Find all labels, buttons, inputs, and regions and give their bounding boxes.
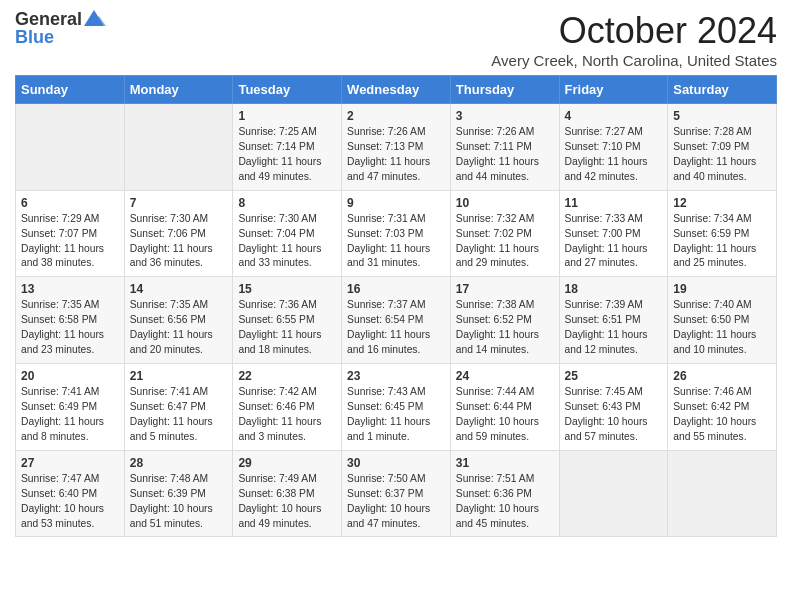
day-number: 3	[456, 109, 554, 123]
header-day-thursday: Thursday	[450, 76, 559, 104]
day-cell: 31Sunrise: 7:51 AM Sunset: 6:36 PM Dayli…	[450, 450, 559, 537]
day-cell: 28Sunrise: 7:48 AM Sunset: 6:39 PM Dayli…	[124, 450, 233, 537]
day-cell: 25Sunrise: 7:45 AM Sunset: 6:43 PM Dayli…	[559, 364, 668, 451]
day-info: Sunrise: 7:25 AM Sunset: 7:14 PM Dayligh…	[238, 125, 336, 185]
title-block: October 2024 Avery Creek, North Carolina…	[491, 10, 777, 69]
day-cell: 23Sunrise: 7:43 AM Sunset: 6:45 PM Dayli…	[342, 364, 451, 451]
day-number: 19	[673, 282, 771, 296]
logo: General Blue	[15, 10, 106, 48]
day-number: 4	[565, 109, 663, 123]
day-number: 10	[456, 196, 554, 210]
logo-icon	[84, 8, 106, 30]
day-number: 13	[21, 282, 119, 296]
day-number: 11	[565, 196, 663, 210]
day-cell: 20Sunrise: 7:41 AM Sunset: 6:49 PM Dayli…	[16, 364, 125, 451]
day-cell	[559, 450, 668, 537]
day-cell: 11Sunrise: 7:33 AM Sunset: 7:00 PM Dayli…	[559, 190, 668, 277]
day-cell: 29Sunrise: 7:49 AM Sunset: 6:38 PM Dayli…	[233, 450, 342, 537]
day-cell: 18Sunrise: 7:39 AM Sunset: 6:51 PM Dayli…	[559, 277, 668, 364]
day-number: 16	[347, 282, 445, 296]
day-cell: 24Sunrise: 7:44 AM Sunset: 6:44 PM Dayli…	[450, 364, 559, 451]
day-cell: 3Sunrise: 7:26 AM Sunset: 7:11 PM Daylig…	[450, 104, 559, 191]
day-cell: 7Sunrise: 7:30 AM Sunset: 7:06 PM Daylig…	[124, 190, 233, 277]
day-info: Sunrise: 7:41 AM Sunset: 6:49 PM Dayligh…	[21, 385, 119, 445]
day-number: 6	[21, 196, 119, 210]
day-cell: 27Sunrise: 7:47 AM Sunset: 6:40 PM Dayli…	[16, 450, 125, 537]
day-info: Sunrise: 7:49 AM Sunset: 6:38 PM Dayligh…	[238, 472, 336, 532]
day-number: 26	[673, 369, 771, 383]
week-row-4: 20Sunrise: 7:41 AM Sunset: 6:49 PM Dayli…	[16, 364, 777, 451]
week-row-2: 6Sunrise: 7:29 AM Sunset: 7:07 PM Daylig…	[16, 190, 777, 277]
day-number: 22	[238, 369, 336, 383]
day-info: Sunrise: 7:44 AM Sunset: 6:44 PM Dayligh…	[456, 385, 554, 445]
day-cell: 17Sunrise: 7:38 AM Sunset: 6:52 PM Dayli…	[450, 277, 559, 364]
day-cell: 6Sunrise: 7:29 AM Sunset: 7:07 PM Daylig…	[16, 190, 125, 277]
header-row: SundayMondayTuesdayWednesdayThursdayFrid…	[16, 76, 777, 104]
day-cell: 1Sunrise: 7:25 AM Sunset: 7:14 PM Daylig…	[233, 104, 342, 191]
day-cell: 19Sunrise: 7:40 AM Sunset: 6:50 PM Dayli…	[668, 277, 777, 364]
day-number: 12	[673, 196, 771, 210]
day-number: 8	[238, 196, 336, 210]
day-info: Sunrise: 7:45 AM Sunset: 6:43 PM Dayligh…	[565, 385, 663, 445]
week-row-5: 27Sunrise: 7:47 AM Sunset: 6:40 PM Dayli…	[16, 450, 777, 537]
day-cell: 15Sunrise: 7:36 AM Sunset: 6:55 PM Dayli…	[233, 277, 342, 364]
week-row-1: 1Sunrise: 7:25 AM Sunset: 7:14 PM Daylig…	[16, 104, 777, 191]
day-number: 30	[347, 456, 445, 470]
day-info: Sunrise: 7:27 AM Sunset: 7:10 PM Dayligh…	[565, 125, 663, 185]
header-day-friday: Friday	[559, 76, 668, 104]
day-info: Sunrise: 7:28 AM Sunset: 7:09 PM Dayligh…	[673, 125, 771, 185]
day-number: 17	[456, 282, 554, 296]
day-info: Sunrise: 7:35 AM Sunset: 6:58 PM Dayligh…	[21, 298, 119, 358]
day-cell: 13Sunrise: 7:35 AM Sunset: 6:58 PM Dayli…	[16, 277, 125, 364]
day-info: Sunrise: 7:46 AM Sunset: 6:42 PM Dayligh…	[673, 385, 771, 445]
day-info: Sunrise: 7:40 AM Sunset: 6:50 PM Dayligh…	[673, 298, 771, 358]
day-info: Sunrise: 7:30 AM Sunset: 7:06 PM Dayligh…	[130, 212, 228, 272]
week-row-3: 13Sunrise: 7:35 AM Sunset: 6:58 PM Dayli…	[16, 277, 777, 364]
day-info: Sunrise: 7:39 AM Sunset: 6:51 PM Dayligh…	[565, 298, 663, 358]
day-info: Sunrise: 7:51 AM Sunset: 6:36 PM Dayligh…	[456, 472, 554, 532]
day-number: 1	[238, 109, 336, 123]
day-info: Sunrise: 7:34 AM Sunset: 6:59 PM Dayligh…	[673, 212, 771, 272]
day-cell: 21Sunrise: 7:41 AM Sunset: 6:47 PM Dayli…	[124, 364, 233, 451]
day-info: Sunrise: 7:41 AM Sunset: 6:47 PM Dayligh…	[130, 385, 228, 445]
day-number: 29	[238, 456, 336, 470]
day-cell: 10Sunrise: 7:32 AM Sunset: 7:02 PM Dayli…	[450, 190, 559, 277]
day-info: Sunrise: 7:32 AM Sunset: 7:02 PM Dayligh…	[456, 212, 554, 272]
day-number: 31	[456, 456, 554, 470]
day-number: 24	[456, 369, 554, 383]
day-number: 18	[565, 282, 663, 296]
day-info: Sunrise: 7:30 AM Sunset: 7:04 PM Dayligh…	[238, 212, 336, 272]
day-cell: 16Sunrise: 7:37 AM Sunset: 6:54 PM Dayli…	[342, 277, 451, 364]
day-cell: 22Sunrise: 7:42 AM Sunset: 6:46 PM Dayli…	[233, 364, 342, 451]
day-info: Sunrise: 7:33 AM Sunset: 7:00 PM Dayligh…	[565, 212, 663, 272]
day-number: 25	[565, 369, 663, 383]
month-title: October 2024	[491, 10, 777, 52]
day-cell	[124, 104, 233, 191]
day-number: 28	[130, 456, 228, 470]
day-info: Sunrise: 7:26 AM Sunset: 7:13 PM Dayligh…	[347, 125, 445, 185]
day-cell	[16, 104, 125, 191]
day-number: 20	[21, 369, 119, 383]
day-cell: 12Sunrise: 7:34 AM Sunset: 6:59 PM Dayli…	[668, 190, 777, 277]
day-info: Sunrise: 7:43 AM Sunset: 6:45 PM Dayligh…	[347, 385, 445, 445]
day-info: Sunrise: 7:47 AM Sunset: 6:40 PM Dayligh…	[21, 472, 119, 532]
day-cell: 2Sunrise: 7:26 AM Sunset: 7:13 PM Daylig…	[342, 104, 451, 191]
header-day-sunday: Sunday	[16, 76, 125, 104]
day-number: 9	[347, 196, 445, 210]
header-day-monday: Monday	[124, 76, 233, 104]
day-cell	[668, 450, 777, 537]
day-cell: 14Sunrise: 7:35 AM Sunset: 6:56 PM Dayli…	[124, 277, 233, 364]
header-day-tuesday: Tuesday	[233, 76, 342, 104]
day-cell: 8Sunrise: 7:30 AM Sunset: 7:04 PM Daylig…	[233, 190, 342, 277]
day-cell: 26Sunrise: 7:46 AM Sunset: 6:42 PM Dayli…	[668, 364, 777, 451]
day-info: Sunrise: 7:31 AM Sunset: 7:03 PM Dayligh…	[347, 212, 445, 272]
day-cell: 30Sunrise: 7:50 AM Sunset: 6:37 PM Dayli…	[342, 450, 451, 537]
page-header: General Blue October 2024 Avery Creek, N…	[15, 10, 777, 69]
calendar-table: SundayMondayTuesdayWednesdayThursdayFrid…	[15, 75, 777, 537]
day-info: Sunrise: 7:26 AM Sunset: 7:11 PM Dayligh…	[456, 125, 554, 185]
day-number: 7	[130, 196, 228, 210]
day-info: Sunrise: 7:48 AM Sunset: 6:39 PM Dayligh…	[130, 472, 228, 532]
day-number: 23	[347, 369, 445, 383]
day-cell: 4Sunrise: 7:27 AM Sunset: 7:10 PM Daylig…	[559, 104, 668, 191]
day-info: Sunrise: 7:29 AM Sunset: 7:07 PM Dayligh…	[21, 212, 119, 272]
